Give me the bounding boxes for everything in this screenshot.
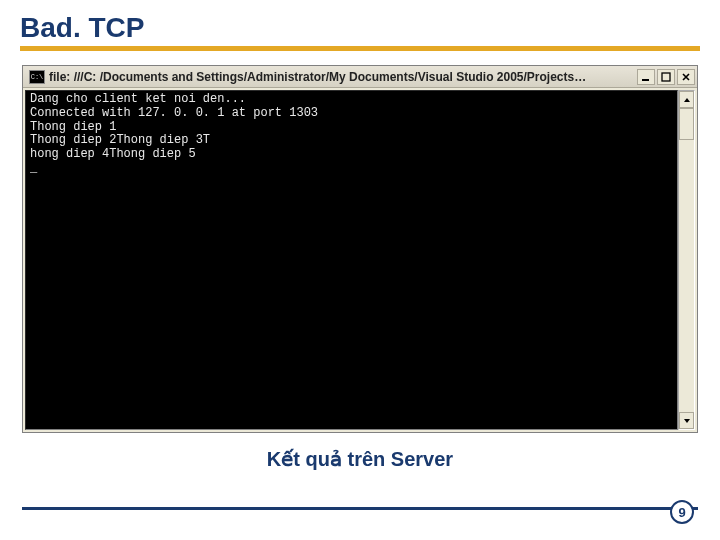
content-area: C:\ file: ///C: /Documents and Settings/… [0,55,720,481]
scroll-thumb[interactable] [679,108,694,140]
svg-rect-0 [642,79,649,81]
maximize-icon [661,72,671,82]
accent-line [20,46,700,51]
page-number-badge: 9 [670,500,694,524]
console-body: Dang cho client ket noi den... Connected… [23,88,697,432]
chevron-down-icon [683,417,691,425]
slide-caption: Kết quả trên Server [22,447,698,471]
window-titlebar: C:\ file: ///C: /Documents and Settings/… [23,66,697,88]
vertical-scrollbar[interactable] [678,90,695,430]
window-controls [637,69,695,85]
svg-rect-1 [662,73,670,81]
console-output: Dang cho client ket noi den... Connected… [25,90,678,430]
window-title: file: ///C: /Documents and Settings/Admi… [49,70,637,84]
maximize-button[interactable] [657,69,675,85]
slide-header: Bad. TCP [0,0,720,55]
scroll-down-button[interactable] [679,412,694,429]
footer-divider [22,507,698,510]
minimize-button[interactable] [637,69,655,85]
close-icon [681,72,691,82]
close-button[interactable] [677,69,695,85]
scroll-up-button[interactable] [679,91,694,108]
cmd-icon: C:\ [29,70,45,84]
minimize-icon [641,72,651,82]
scroll-track[interactable] [679,108,694,412]
slide-title: Bad. TCP [20,12,700,44]
console-window: C:\ file: ///C: /Documents and Settings/… [22,65,698,433]
chevron-up-icon [683,96,691,104]
